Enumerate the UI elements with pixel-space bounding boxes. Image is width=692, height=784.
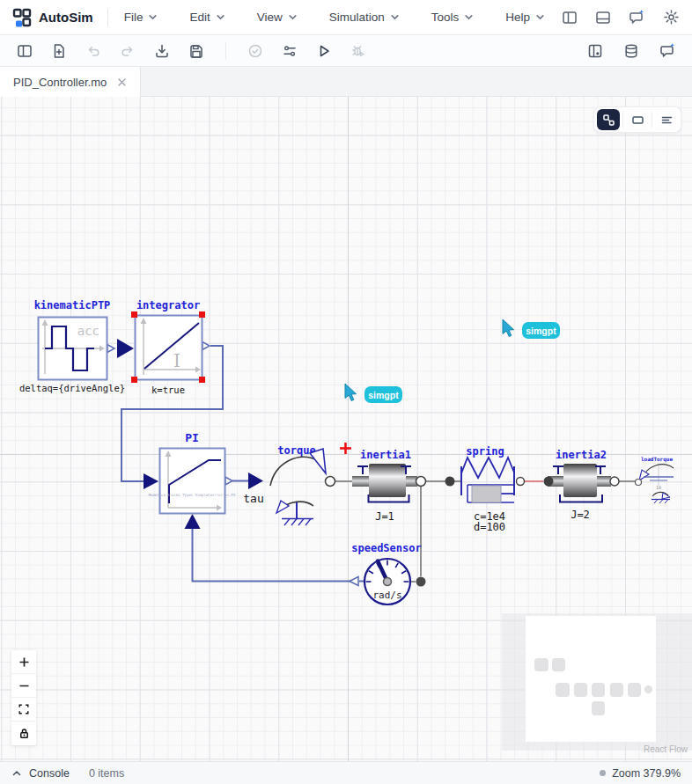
board-view-button[interactable]	[585, 40, 606, 62]
torque-support-arrowhead	[276, 501, 289, 513]
tab-close-icon[interactable]	[117, 77, 127, 87]
database-button[interactable]	[621, 40, 642, 62]
integrator-label: integrator	[136, 299, 200, 311]
menu-view[interactable]: View	[257, 11, 298, 24]
inertia1-label: inertia1	[360, 449, 411, 461]
flange-inertia2-b[interactable]	[610, 477, 619, 486]
ground-hatching	[654, 500, 668, 504]
flange-spring-b[interactable]	[517, 478, 525, 486]
crosshair-cursor	[340, 443, 351, 454]
block-speedsensor[interactable]: speedSensor rad/s	[351, 542, 421, 604]
minimap-node	[534, 658, 548, 671]
chevron-down-icon	[464, 12, 474, 22]
block-torque[interactable]: torque	[270, 444, 326, 525]
react-flow-attribution[interactable]: React Flow	[644, 744, 688, 754]
speedsensor-label: speedSensor	[351, 542, 421, 554]
icon-view-button[interactable]	[626, 109, 649, 130]
zoom-out-button[interactable]	[11, 674, 36, 698]
signal-wires[interactable]	[121, 346, 364, 582]
torque-input-arrow	[248, 473, 263, 489]
spring-label: spring	[466, 445, 504, 458]
menu-list: File Edit View Simulation Tools Help	[124, 11, 545, 24]
lock-button[interactable]	[11, 722, 36, 745]
console-toggle[interactable]: Console 0 items	[11, 767, 124, 780]
app-title: AutoSim	[39, 10, 93, 25]
flange-inertia1-b[interactable]	[416, 477, 426, 487]
menubar: AutoSim File Edit View Simulation Tools	[0, 0, 692, 35]
save-button[interactable]	[186, 40, 207, 62]
spring-sublabel-d: d=100	[474, 521, 505, 533]
joint-spring-inertia2[interactable]	[544, 477, 554, 487]
zoom-in-button[interactable]	[11, 650, 36, 674]
gauge-hub	[384, 578, 392, 586]
diagram-canvas[interactable]: kinematicPTP acc deltaq={driveAngle} int…	[0, 97, 692, 761]
wire-sensor-feedback[interactable]	[193, 529, 352, 582]
block-integrator[interactable]: integrator I k=true	[131, 299, 205, 395]
tab-pid-controller[interactable]: PID_Controller.mo	[0, 67, 141, 97]
inertia2-label: inertia2	[556, 449, 607, 461]
panel-left-icon[interactable]	[562, 10, 578, 26]
toolbar-divider	[225, 42, 226, 60]
cursor-arrow-icon	[345, 384, 357, 401]
panel-bottom-icon[interactable]	[595, 10, 611, 26]
block-loadtorque[interactable]: loadTorque 10	[639, 456, 674, 503]
minimap-node	[556, 683, 570, 697]
pi-output-label: tau	[243, 492, 263, 505]
text-view-button[interactable]	[655, 109, 678, 130]
import-button[interactable]	[151, 40, 173, 62]
menu-help[interactable]: Help	[505, 11, 545, 24]
zoom-status: Zoom 379.9%	[600, 767, 681, 780]
menu-file[interactable]: File	[124, 11, 158, 24]
ai-chat-icon[interactable]	[629, 9, 645, 26]
selection-handle-se[interactable]	[199, 377, 205, 383]
minimap-node	[610, 683, 623, 697]
flange-loadtorque[interactable]	[636, 480, 642, 486]
diagram-view-button[interactable]	[597, 109, 620, 130]
menu-simulation[interactable]: Simulation	[329, 11, 400, 24]
undo-button[interactable]	[83, 40, 104, 62]
view-mode-toggle	[593, 106, 681, 133]
selection-handle-nw[interactable]	[131, 311, 137, 318]
toggle-sidebar-button[interactable]	[14, 40, 35, 62]
selection-handle-sw[interactable]	[131, 377, 137, 383]
settings-gear-icon[interactable]	[663, 9, 680, 26]
statusbar: Console 0 items Zoom 379.9%	[0, 761, 692, 784]
chevron-up-icon	[11, 768, 22, 779]
block-pi[interactable]: PI Modelica.Blocks.Types.SimpleControlle…	[149, 431, 236, 514]
run-simulation-button[interactable]	[313, 40, 335, 62]
block-inertia1[interactable]: inertia1 J=1	[352, 449, 417, 523]
menu-tools[interactable]: Tools	[431, 11, 475, 24]
minimap-node	[628, 683, 641, 697]
selection-handle-ne[interactable]	[199, 311, 205, 318]
simulation-settings-button[interactable]	[279, 40, 300, 62]
block-inertia2[interactable]: inertia2 J=2	[548, 449, 611, 521]
debug-button[interactable]	[348, 40, 369, 62]
inertia1-sublabel: J=1	[375, 510, 394, 523]
block-spring[interactable]: spring c=1e4 d=100	[461, 445, 514, 533]
menu-file-label: File	[124, 11, 144, 24]
kinematicptp-output-port[interactable]	[107, 345, 114, 353]
pi-label: PI	[185, 431, 199, 444]
redo-button[interactable]	[117, 40, 138, 62]
status-dot-icon	[600, 770, 606, 776]
fit-view-button[interactable]	[11, 698, 36, 722]
joint-inertia1-spring[interactable]	[445, 477, 455, 487]
chevron-down-icon	[535, 12, 545, 22]
pi-output-port[interactable]	[225, 477, 232, 485]
cursor-name-label: simgpt	[368, 390, 399, 400]
integrator-input-arrow	[117, 339, 134, 358]
toggle-separator	[622, 112, 623, 128]
toggle-separator	[652, 112, 652, 128]
check-status-button[interactable]	[245, 40, 266, 62]
speedsensor-output-port[interactable]	[350, 577, 358, 586]
new-file-button[interactable]	[48, 40, 70, 62]
cursor-name-label: simgpt	[526, 326, 556, 336]
torque-arrowhead	[310, 449, 326, 473]
loadtorque-value: 10	[656, 485, 661, 490]
flange-torque[interactable]	[326, 477, 335, 487]
integrator-output-port[interactable]	[202, 342, 210, 350]
ai-chat-icon[interactable]	[657, 40, 678, 62]
menu-edit[interactable]: Edit	[189, 11, 225, 24]
minimap[interactable]	[502, 613, 692, 751]
joint-sensor-flange[interactable]	[416, 577, 426, 587]
